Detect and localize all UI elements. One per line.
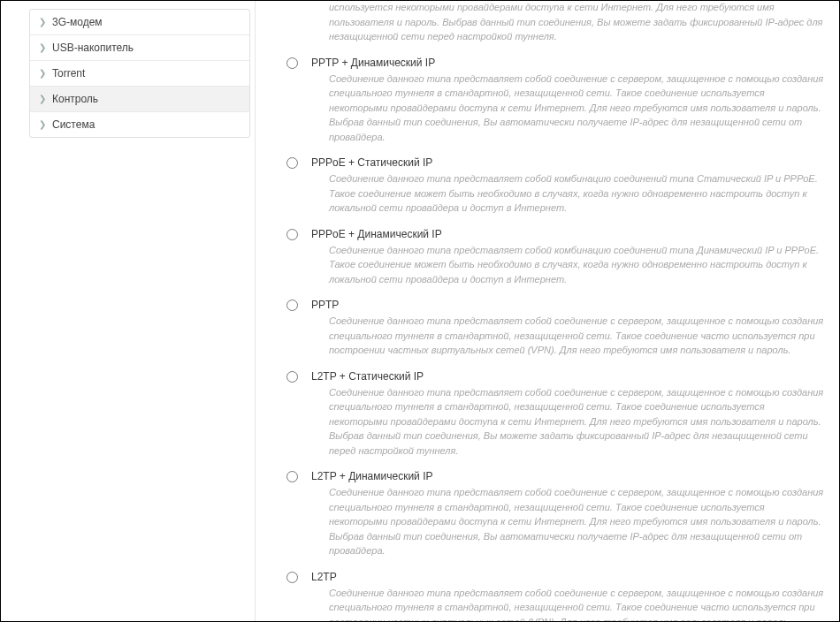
connection-option: PPPoE + Динамический IPСоединение данног… [286,223,824,294]
connection-option: PPPoE + Статический IPСоединение данного… [286,151,824,223]
sidebar-item-torrent[interactable]: ❯ Torrent [30,61,249,87]
connection-option: PPTPСоединение данного типа представляет… [286,293,824,365]
sidebar-item-3g-modem[interactable]: ❯ 3G-модем [30,10,249,35]
connection-type-label: L2TP + Статический IP [311,370,824,383]
connection-type-description: Соединение данного типа представляет соб… [311,243,824,287]
connection-type-label: PPTP [311,299,824,311]
connection-type-label: L2TP [311,571,824,583]
option-desc-cut: используется некоторыми провайдерами дос… [311,0,824,44]
connection-type-description: Соединение данного типа представляет соб… [311,72,824,145]
connection-option: L2TP + Динамический IPСоединение данного… [286,465,824,565]
connection-radio[interactable] [286,471,298,482]
chevron-right-icon: ❯ [39,120,46,129]
sidebar-item-usb-storage[interactable]: ❯ USB-накопитель [30,35,249,61]
chevron-right-icon: ❯ [39,69,46,78]
connection-type-description: Соединение данного типа представляет соб… [311,314,824,358]
sidebar-list: ❯ 3G-модем ❯ USB-накопитель ❯ Torrent ❯ … [29,9,250,138]
connection-radio[interactable] [286,572,298,583]
content-area: используется некоторыми провайдерами дос… [255,0,840,622]
connection-type-label: L2TP + Динамический IP [311,470,824,482]
connection-type-label: PPPoE + Динамический IP [311,228,824,240]
connection-type-description: Соединение данного типа представляет соб… [311,586,824,623]
sidebar-item-label: Контроль [52,93,98,105]
sidebar-item-system[interactable]: ❯ Система [30,112,249,137]
connection-type-description: Соединение данного типа представляет соб… [311,385,824,459]
connection-option: PPTP + Динамический IPСоединение данного… [286,51,824,152]
sidebar-item-control[interactable]: ❯ Контроль [30,87,249,112]
connection-radio[interactable] [286,300,298,311]
sidebar-item-label: Torrent [52,67,85,80]
connection-radio[interactable] [286,157,298,169]
sidebar: ❯ 3G-модем ❯ USB-накопитель ❯ Torrent ❯ … [0,0,255,622]
chevron-right-icon: ❯ [39,18,46,27]
connection-type-label: PPTP + Динамический IP [311,57,824,69]
chevron-right-icon: ❯ [39,95,46,103]
connection-radio[interactable] [286,229,298,240]
connection-radio[interactable] [286,57,298,69]
connection-option: L2TP + Статический IPСоединение данного … [286,365,824,466]
connection-type-description: Соединение данного типа представляет соб… [311,485,824,558]
connection-option: L2TPСоединение данного типа представляет… [286,565,824,623]
chevron-right-icon: ❯ [39,43,46,52]
connection-type-description: Соединение данного типа представляет соб… [311,171,824,216]
sidebar-item-label: USB-накопитель [52,42,134,54]
connection-type-label: PPPoE + Статический IP [311,156,824,169]
sidebar-item-label: 3G-модем [52,16,103,28]
connection-radio[interactable] [286,371,298,383]
sidebar-item-label: Система [52,118,95,131]
